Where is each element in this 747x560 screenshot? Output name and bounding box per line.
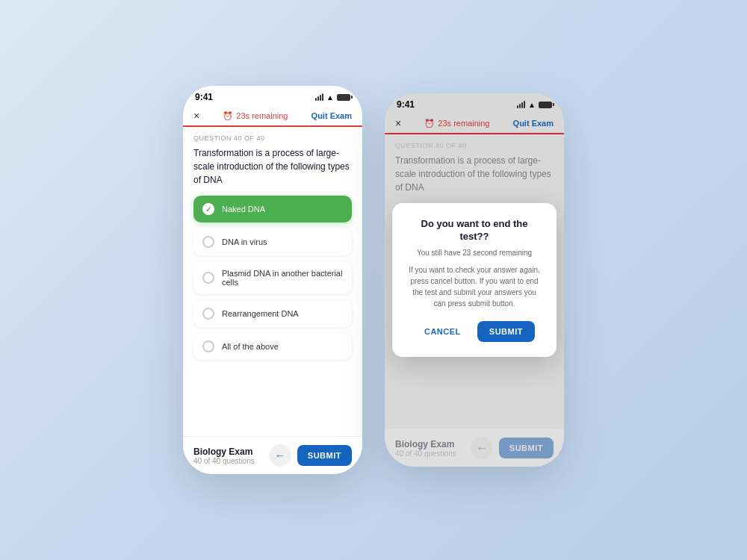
option-label-2: Plasmid DNA in another bacterial cells <box>222 269 343 287</box>
option-label-1: DNA in virus <box>222 237 267 246</box>
phone-right: 9:41 ▲ × ⏰ 23s remaining Quit Exam <box>385 93 564 467</box>
modal-dialog: Do you want to end the test?? You still … <box>392 203 557 358</box>
radio-4 <box>202 340 214 352</box>
time-left: 9:41 <box>195 92 213 102</box>
question-number-left: QUESTION 40 OF 40 <box>193 134 352 142</box>
option-label-3: Rearrangement DNA <box>222 309 299 318</box>
close-button-left[interactable]: × <box>193 110 199 122</box>
option-1[interactable]: DNA in virus <box>193 228 352 255</box>
radio-2 <box>202 272 214 284</box>
radio-1 <box>202 236 214 248</box>
timer-left: ⏰ 23s remaining <box>223 111 288 121</box>
modal-overlay: Do you want to end the test?? You still … <box>385 93 564 467</box>
bottom-nav-left: ← SUBMIT <box>269 444 352 467</box>
modal-title: Do you want to end the test?? <box>407 218 542 243</box>
option-label-4: All of the above <box>222 342 279 351</box>
question-text-left: Transformation is a process of large-sca… <box>193 146 352 187</box>
option-2[interactable]: Plasmid DNA in another bacterial cells <box>193 261 352 294</box>
status-bar-left: 9:41 ▲ <box>183 86 362 105</box>
option-4[interactable]: All of the above <box>193 333 352 360</box>
content-left: QUESTION 40 OF 40 Transformation is a pr… <box>183 127 362 367</box>
submit-button-left[interactable]: SUBMIT <box>297 445 352 466</box>
option-0[interactable]: Naked DNA <box>193 196 352 223</box>
battery-icon <box>337 94 350 101</box>
quit-button-left[interactable]: Quit Exam <box>311 111 352 120</box>
modal-subtitle: You still have 23 second remaining <box>407 249 542 257</box>
radio-3 <box>202 308 214 320</box>
phones-container: 9:41 ▲ × ⏰ 23s remaining Quit Exam <box>183 86 564 474</box>
modal-submit-button[interactable]: SUBMIT <box>477 321 535 342</box>
modal-body: If you want to check your answer again, … <box>407 264 542 309</box>
options-list-left: Naked DNA DNA in virus Plasmid DNA in an… <box>193 196 352 360</box>
signal-icon <box>315 93 323 101</box>
exam-progress-left: 40 of 40 questions <box>193 457 255 465</box>
timer-icon-left: ⏰ <box>223 111 233 121</box>
radio-0 <box>202 203 214 215</box>
exam-info-left: Biology Exam 40 of 40 questions <box>193 447 255 465</box>
timer-label-left: 23s remaining <box>236 111 288 120</box>
nav-bar-left: × ⏰ 23s remaining Quit Exam <box>183 105 362 127</box>
bottom-bar-left: Biology Exam 40 of 40 questions ← SUBMIT <box>183 436 362 474</box>
cancel-button[interactable]: CANCEL <box>414 321 471 342</box>
modal-buttons: CANCEL SUBMIT <box>407 321 542 342</box>
back-button-left[interactable]: ← <box>269 444 291 467</box>
phone-left: 9:41 ▲ × ⏰ 23s remaining Quit Exam <box>183 86 362 474</box>
option-label-0: Naked DNA <box>222 205 265 214</box>
status-icons-left: ▲ <box>315 93 350 102</box>
wifi-icon: ▲ <box>326 93 334 102</box>
exam-title-left: Biology Exam <box>193 447 255 457</box>
option-3[interactable]: Rearrangement DNA <box>193 300 352 327</box>
